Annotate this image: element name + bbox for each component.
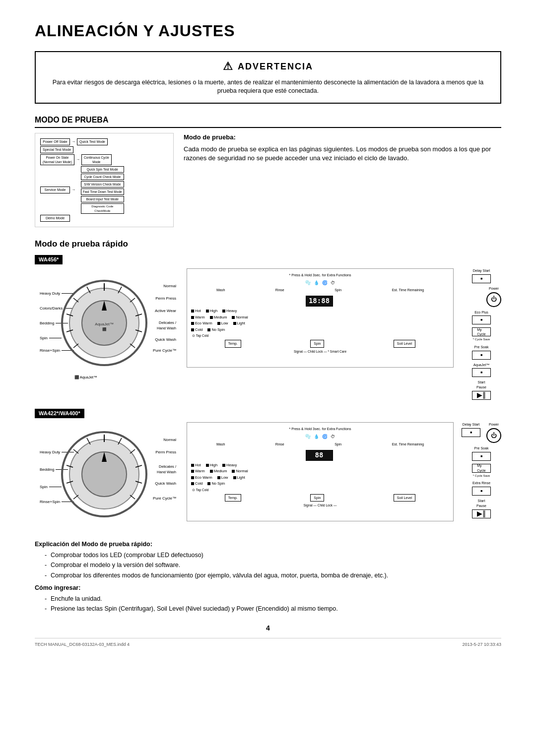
how-to-bullet-1: Enchufe la unidad.: [45, 595, 501, 604]
dial2-svg: [55, 425, 154, 524]
model1-display: 18:88: [191, 296, 449, 307]
temp2-button[interactable]: Temp.: [225, 494, 241, 502]
model1-panel-note: * Press & Hold 3sec. for Extra Functions: [191, 273, 449, 278]
explanation-bullet-3: Comprobar los diferentes modos de funcio…: [45, 571, 501, 580]
icon-rinse: 💧: [314, 280, 319, 286]
ind2-row3: Eco Warm Low Light: [191, 475, 449, 481]
ind2-high: High: [206, 463, 217, 468]
start-pause2-btn[interactable]: ▶‖: [472, 509, 491, 518]
svg-text:AquaJet™: AquaJet™: [95, 322, 113, 326]
power2-btn[interactable]: ⏻: [486, 428, 501, 443]
pre-soak-label: Pre Soak: [474, 345, 489, 350]
section-title-modo-prueba: MODO DE PRUEBA: [35, 115, 501, 128]
fc-arrow3: →: [71, 187, 75, 192]
model2-panel-labels: Wash Rinse Spin Est. Time Remaining: [191, 442, 449, 447]
ind-medium: Medium: [210, 315, 227, 320]
ind-cold: Cold: [191, 327, 202, 333]
warning-title: ADVERTENCIA: [238, 61, 313, 73]
model2-right-buttons: Delay Start ■ Power ⏻ Pre Soak ■ MyCycle…: [462, 422, 501, 518]
model2-display-box: 88: [306, 450, 333, 461]
ind-hot: Hot: [191, 309, 201, 314]
ind-normal: Normal: [232, 315, 248, 320]
ind2-light: Light: [233, 475, 245, 481]
power-label: Power: [489, 286, 499, 291]
ind2-hot: Hot: [191, 463, 201, 468]
footer-right: 2013-5-27 10:33:43: [462, 641, 501, 648]
model2-indicators: Hot High Heavy Warm Medium Normal Eco Wa…: [191, 463, 449, 492]
ind2-heavy: Heavy: [222, 463, 237, 468]
dial1-label-delicates: Delicates /Hand Wash: [157, 320, 176, 331]
dial2-label-permpress: Perm Press: [155, 449, 176, 455]
my-cycle2-group: MyCycle * Cycle Save: [462, 464, 501, 478]
ind-row1: Hot High Heavy: [191, 309, 449, 314]
power-area: Power ⏻: [486, 286, 501, 307]
dial2-label-quickwash: Quick Wash: [155, 481, 176, 486]
spin-button[interactable]: Spin: [310, 340, 324, 348]
ind-low: Low: [217, 321, 228, 326]
fc-cycle-count: Cycle Count Check Mode: [81, 174, 124, 180]
dial1-label-activewear: Active Wear: [155, 308, 176, 314]
aquajet-label: AquaJet™: [473, 363, 490, 368]
model1-panel-labels: Wash Rinse Spin Est. Time Remaining: [191, 288, 449, 293]
pre-soak2-btn[interactable]: ■: [472, 452, 491, 461]
explanation-title: Explicación del Modo de prueba rápido:: [35, 540, 501, 549]
model1-tag: WA456*: [35, 255, 63, 264]
ind-light: Light: [233, 321, 245, 326]
ind-high: High: [206, 309, 217, 314]
model1-display-box: 18:88: [306, 296, 333, 307]
dial1-label-permpress: Perm Press: [155, 296, 176, 301]
icon2-spin: 🌀: [322, 434, 328, 440]
delay-start2-group: Delay Start ■: [462, 422, 480, 437]
ind-row3: Eco Warm Low Light: [191, 321, 449, 326]
temp-button[interactable]: Temp.: [225, 340, 241, 348]
power-group: Power ⏻: [462, 286, 501, 307]
model2-tag: WA422*/WA400*: [35, 409, 84, 418]
model1-icons-row: 🫧 💧 🌀 ⏱: [191, 280, 449, 286]
delay-start-btn[interactable]: ■: [472, 274, 491, 283]
eco-plus-btn[interactable]: ■: [472, 315, 491, 324]
ind2-medium: Medium: [210, 469, 227, 474]
start-pause2-group: StartPause ▶‖: [462, 499, 501, 518]
ind2-row2: Warm Medium Normal: [191, 469, 449, 474]
fc-quick-test: Quick Test Mode: [77, 138, 108, 145]
pre-soak-btn[interactable]: ■: [472, 351, 491, 360]
footer-left: TECH MANUAL_DC68-03132A-03_MES.indd 4: [35, 641, 130, 648]
modo-prueba-text: Modo de prueba: Cada modo de prueba se e…: [184, 133, 501, 227]
pre-soak2-group: Pre Soak ■: [462, 446, 501, 461]
icon2-wash: 🫧: [305, 434, 311, 440]
soil-level2-button[interactable]: Soil Level: [394, 494, 415, 502]
how-to-title: Cómo ingresar:: [35, 584, 501, 593]
page-title: ALINEACIÓN Y AJUSTES: [35, 20, 501, 42]
ind-ecowarm: Eco Warm: [191, 321, 212, 326]
model2-dial-area: Heavy Duty Bedding Spin Rinse+Spin Norma…: [35, 422, 179, 531]
aquajet-btn[interactable]: ■: [472, 368, 491, 377]
dial2-label-delicates: Delicates /Hand Wash: [157, 464, 176, 475]
delay-start-group: Delay Start ■: [462, 268, 501, 283]
model2-buttons[interactable]: Temp. Spin Soil Level: [191, 494, 449, 502]
quick-test-title: Modo de prueba rápido: [35, 238, 501, 250]
dial1-label-normal: Normal: [163, 283, 176, 289]
icon-spin: 🌀: [322, 280, 328, 286]
start-pause-btn[interactable]: ▶‖: [472, 391, 491, 400]
power2-label: Power: [489, 422, 499, 427]
my-cycle-btn[interactable]: MyCycle: [472, 327, 491, 336]
ind2-nospin: No Spin: [207, 481, 225, 487]
power-btn[interactable]: ⏻: [486, 292, 501, 307]
eco-plus-label: Eco Plus: [474, 310, 488, 315]
soil-level-button[interactable]: Soil Level: [394, 340, 415, 348]
start-pause2-label: StartPause: [476, 499, 486, 508]
extra-rinse-btn[interactable]: ■: [472, 487, 491, 496]
delay-start2-btn[interactable]: ■: [462, 428, 480, 437]
fc-diagnostic: Diagnostic CodeCheckMode: [81, 203, 124, 214]
model1-indicators: Hot High Heavy Warm Medium Normal Eco Wa…: [191, 309, 449, 338]
delay-start-label: Delay Start: [473, 268, 490, 273]
fc-power-off: Power Off State: [40, 138, 70, 145]
ind-warm: Warm: [191, 315, 205, 320]
fc-arrow2: →: [76, 157, 80, 162]
ind-heavy: Heavy: [222, 309, 237, 314]
model1-buttons[interactable]: Temp. Spin Soil Level: [191, 340, 449, 348]
modo-prueba-description: Cada modo de prueba se explica en las pá…: [184, 145, 501, 163]
my-cycle2-btn[interactable]: MyCycle: [472, 464, 491, 473]
spin2-button[interactable]: Spin: [310, 494, 324, 502]
modo-prueba-subtitle: Modo de prueba:: [184, 133, 501, 142]
